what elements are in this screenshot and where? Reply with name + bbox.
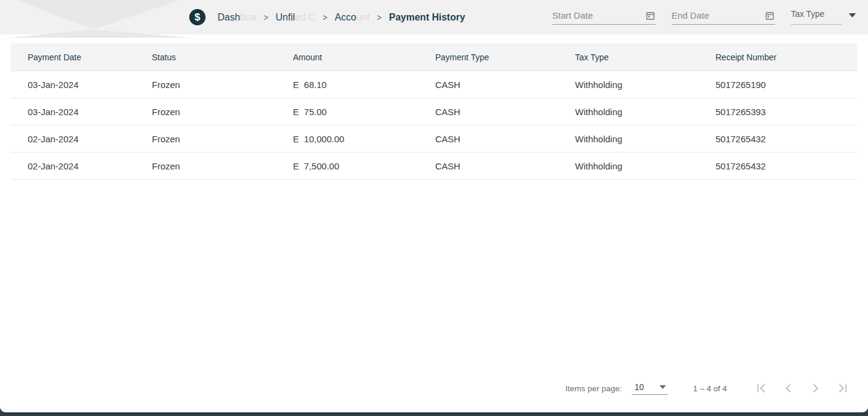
- last-page-button[interactable]: [829, 376, 856, 400]
- cell-amount: E 68.10: [293, 80, 435, 90]
- items-per-page-select[interactable]: 10: [632, 382, 668, 395]
- first-page-icon: [753, 380, 769, 396]
- table-header-row: Payment Date Status Amount Payment Type …: [11, 43, 857, 71]
- cell-payment-date: 03-Jan-2024: [28, 107, 152, 117]
- calendar-icon[interactable]: [764, 10, 775, 21]
- cell-tax-type: Withholding: [575, 134, 715, 144]
- cell-status: Frozen: [152, 80, 293, 90]
- column-header-receipt-number: Receipt Number: [715, 52, 857, 62]
- breadcrumb-item-unfiled[interactable]: Unfiled C: [275, 12, 315, 23]
- breadcrumb-item-account[interactable]: Account: [335, 12, 370, 23]
- payment-history-table: Payment Date Status Amount Payment Type …: [11, 43, 857, 180]
- tax-type-select[interactable]: Tax Type: [791, 9, 856, 26]
- cell-receipt-number: 5017265432: [715, 161, 857, 171]
- cell-payment-type: CASH: [435, 107, 575, 117]
- start-date-input[interactable]: [552, 10, 641, 20]
- chevron-left-icon: [781, 380, 796, 396]
- dollar-glyph: $: [195, 11, 200, 24]
- app-window: $ Dashboa > Unfiled C > Account > Paymen…: [0, 0, 868, 412]
- breadcrumb-separator: >: [376, 13, 382, 22]
- cell-status: Frozen: [152, 107, 293, 117]
- next-page-button[interactable]: [802, 376, 829, 400]
- page-background: $ Dashboa > Unfiled C > Account > Paymen…: [0, 0, 868, 416]
- paginator: Items per page: 10 1 – 4 of 4: [11, 376, 857, 400]
- header-watermark: [8, 0, 189, 38]
- cell-payment-date: 02-Jan-2024: [28, 161, 152, 171]
- cell-payment-date: 03-Jan-2024: [28, 80, 152, 90]
- cell-amount: E 7,500.00: [293, 161, 435, 171]
- top-bar: $ Dashboa > Unfiled C > Account > Paymen…: [0, 0, 868, 34]
- cell-amount: E 10,000.00: [293, 134, 435, 144]
- watermark-triangle-bottom: [8, 0, 189, 38]
- watermark-triangle-top: [8, 0, 189, 38]
- cell-status: Frozen: [152, 134, 293, 144]
- chevron-down-icon: [659, 385, 666, 389]
- column-header-payment-date: Payment Date: [28, 52, 152, 62]
- page-range-label: 1 – 4 of 4: [693, 384, 727, 393]
- chevron-down-icon: [849, 13, 856, 17]
- breadcrumb-separator: >: [322, 13, 328, 22]
- chevron-right-icon: [808, 380, 823, 396]
- cell-receipt-number: 5017265393: [715, 107, 857, 117]
- items-per-page-label: Items per page:: [565, 384, 622, 393]
- cell-payment-type: CASH: [435, 161, 575, 171]
- content-area: Payment Date Status Amount Payment Type …: [0, 34, 868, 412]
- cell-payment-type: CASH: [435, 134, 575, 144]
- table-row: 03-Jan-2024 Frozen E 75.00 CASH Withhold…: [11, 98, 857, 125]
- cell-receipt-number: 5017265190: [715, 80, 857, 90]
- table-row: 03-Jan-2024 Frozen E 68.10 CASH Withhold…: [11, 71, 857, 98]
- cell-status: Frozen: [152, 161, 293, 171]
- filter-bar: Tax Type: [552, 9, 856, 26]
- column-header-amount: Amount: [293, 52, 435, 62]
- cell-tax-type: Withholding: [575, 161, 715, 171]
- previous-page-button[interactable]: [775, 376, 802, 400]
- cell-amount: E 75.00: [293, 107, 435, 117]
- table-row: 02-Jan-2024 Frozen E 7,500.00 CASH Withh…: [11, 153, 857, 180]
- table-row: 02-Jan-2024 Frozen E 10,000.00 CASH With…: [11, 125, 857, 153]
- last-page-icon: [835, 380, 851, 396]
- breadcrumb-item-payment-history: Payment History: [389, 12, 465, 23]
- start-date-field[interactable]: [552, 10, 656, 25]
- column-header-tax-type: Tax Type: [575, 52, 715, 62]
- cell-payment-date: 02-Jan-2024: [28, 134, 152, 144]
- items-per-page-value: 10: [635, 382, 644, 392]
- cell-tax-type: Withholding: [575, 107, 715, 117]
- breadcrumb: Dashboa > Unfiled C > Account > Payment …: [218, 12, 465, 23]
- breadcrumb-item-dashboard[interactable]: Dashboa: [218, 12, 256, 23]
- tax-type-label: Tax Type: [791, 9, 841, 25]
- cell-tax-type: Withholding: [575, 80, 715, 90]
- first-page-button[interactable]: [747, 376, 775, 400]
- end-date-field[interactable]: [671, 10, 775, 25]
- column-header-payment-type: Payment Type: [435, 52, 575, 62]
- cell-receipt-number: 5017265432: [715, 134, 857, 144]
- column-header-status: Status: [152, 52, 293, 62]
- page-navigation: [747, 376, 856, 400]
- currency-logo-icon: $: [189, 9, 206, 25]
- calendar-icon[interactable]: [645, 10, 656, 21]
- end-date-input[interactable]: [671, 10, 761, 20]
- cell-payment-type: CASH: [435, 80, 575, 90]
- breadcrumb-separator: >: [263, 13, 269, 22]
